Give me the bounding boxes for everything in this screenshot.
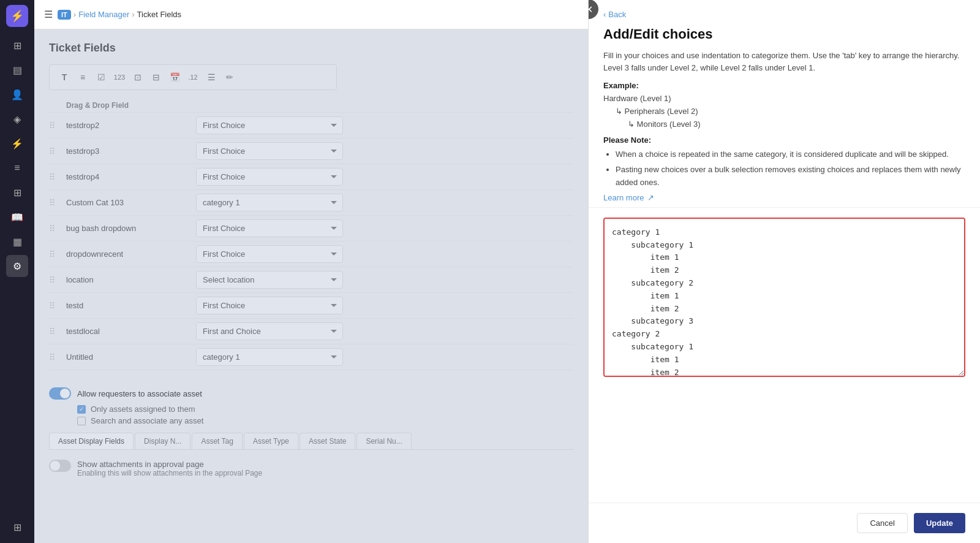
menu-icon[interactable]: ☰ xyxy=(44,9,53,20)
breadcrumb-sep2: › xyxy=(132,10,134,19)
right-panel: ✕ ‹ Back Add/Edit choices Fill in your c… xyxy=(588,0,980,543)
nav-icon-grid-bottom[interactable]: ⊞ xyxy=(6,516,28,538)
nav-icon-home[interactable]: ⊞ xyxy=(6,34,28,56)
back-chevron-icon: ‹ xyxy=(603,10,606,19)
note-title: Please Note: xyxy=(603,135,965,145)
nav-icon-users[interactable]: 👤 xyxy=(6,83,28,105)
nav-icon-list[interactable]: ≡ xyxy=(6,157,28,179)
breadcrumb-ticket-fields: Ticket Fields xyxy=(137,10,181,19)
learn-more-icon: ↗ xyxy=(647,193,654,202)
main-area: ☰ IT › Field Manager › Ticket Fields Tic… xyxy=(34,0,588,543)
nav-icon-book[interactable]: 📖 xyxy=(6,206,28,228)
back-link[interactable]: ‹ Back xyxy=(603,10,965,19)
back-label: Back xyxy=(608,10,626,19)
choices-textarea[interactable] xyxy=(603,218,965,377)
note-list: When a choice is repeated in the same ca… xyxy=(603,148,965,189)
panel-description: Fill in your choices and use indentation… xyxy=(603,50,965,74)
learn-more-link[interactable]: Learn more xyxy=(603,193,644,202)
example-section: Example: Hardware (Level 1) ↳ Peripheral… xyxy=(603,81,965,131)
choices-textarea-wrapper xyxy=(603,218,965,493)
left-navigation: ⚡ ⊞ ▤ 👤 ◈ ⚡ ≡ ⊞ 📖 ▦ ⚙ ⊞ xyxy=(0,0,34,543)
panel-footer: Cancel Update xyxy=(589,503,980,543)
nav-icon-tickets[interactable]: ▤ xyxy=(6,59,28,81)
panel-title: Add/Edit choices xyxy=(603,26,965,42)
nav-icon-apps[interactable]: ⊞ xyxy=(6,181,28,203)
breadcrumb: IT › Field Manager › Ticket Fields xyxy=(58,10,181,20)
app-logo[interactable]: ⚡ xyxy=(6,5,28,27)
note-item-2: Pasting new choices over a bulk selectio… xyxy=(616,164,965,189)
nav-icon-settings[interactable]: ⚙ xyxy=(6,255,28,277)
nav-icon-lightning[interactable]: ⚡ xyxy=(6,132,28,154)
panel-header: ‹ Back Add/Edit choices Fill in your cho… xyxy=(589,0,980,208)
content-overlay xyxy=(34,29,588,543)
example-title: Example: xyxy=(603,81,965,90)
nav-icon-chart[interactable]: ▦ xyxy=(6,230,28,253)
example-item-l3: ↳ Monitors (Level 3) xyxy=(628,118,965,131)
cancel-button[interactable]: Cancel xyxy=(857,513,907,533)
it-badge: IT xyxy=(58,10,71,20)
nav-icon-shield[interactable]: ◈ xyxy=(6,108,28,130)
note-item-1: When a choice is repeated in the same ca… xyxy=(616,148,965,161)
breadcrumb-sep1: › xyxy=(74,10,76,19)
example-item-l1: Hardware (Level 1) xyxy=(603,93,965,105)
content-wrapper: Ticket Fields T ≡ ☑ 123 ⊡ ⊟ 📅 .12 ☰ ✏ Dr… xyxy=(34,29,588,543)
breadcrumb-field-manager[interactable]: Field Manager xyxy=(78,10,129,19)
example-item-l2: ↳ Peripherals (Level 2) xyxy=(616,105,965,118)
topbar: ☰ IT › Field Manager › Ticket Fields xyxy=(34,0,588,29)
update-button[interactable]: Update xyxy=(914,513,965,533)
